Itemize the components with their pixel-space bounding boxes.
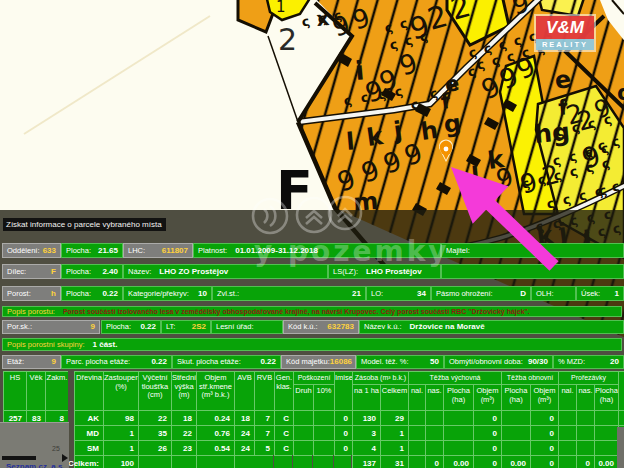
table-cell-value: 0 [344,444,348,453]
table-cell-value: 137 [363,459,376,468]
table-cell-value: 7 [266,414,270,423]
column-header-line: AVB [235,374,254,383]
column-header-line: (m) [172,391,196,400]
table-cell-value: 3 [372,429,376,438]
table-cell [594,440,618,455]
table-cell [576,410,594,425]
table-cell-value: 1 [400,429,404,438]
table-cell [408,425,425,440]
column-header-line: (%) [104,383,138,392]
table-cell-value: 18 [241,414,250,423]
table-cell: 0.00 [501,455,530,468]
column-header: Zakm. [45,371,68,410]
table-cell-value: 31 [395,459,404,468]
stand-table: HSVěkZakm.DřevinaZastoupení(%)Výčetnítlo… [0,0,624,468]
column-group-header: Těžba výchovná [408,371,501,385]
column-header: HS [3,371,26,410]
table-cell-value: MD [87,429,99,438]
table-cell [313,440,334,455]
table-cell-value: 1 [400,444,404,453]
table-cell-value: 0 [493,429,497,438]
column-group-header: Prořezávky [558,371,618,385]
app-screenshot: { "panel": { "title": "Získat informace … [0,0,624,468]
table-cell [293,425,313,440]
table-cell: 0 [576,455,594,468]
table-cell [443,440,473,455]
table-cell: 0 [530,410,558,425]
column-header: Imise [334,371,352,410]
table-cell-value: C [283,444,289,453]
table-cell-value: 29 [395,414,404,423]
table-cell: 0 [473,455,501,468]
table-cell: 0 [334,425,352,440]
table-cell-value: 0.76 [214,429,230,438]
column-header-line: Zakm. [46,374,68,383]
table-cell [594,410,618,425]
table-cell [425,410,443,425]
column-header: Dřevina [74,371,103,410]
table-cell [293,455,312,468]
table-cell: 23 [171,440,196,455]
table-cell-value: 0 [550,429,554,438]
table-cell: 31 [380,455,408,468]
table-cell-value: Celkem: [68,459,99,468]
table-cell-value: 23 [183,444,192,453]
column-header-line: Celkem [381,387,408,396]
table-cell: 29 [380,410,408,425]
table-cell-value: C [283,414,289,423]
table-cell: 4 [352,440,380,455]
column-group-header: Poškození [293,371,334,385]
column-header-line: Imise [335,374,352,383]
table-cell-value: 5 [266,444,270,453]
table-cell-value: 0 [344,414,348,423]
table-cell-value: 22 [183,429,192,438]
table-cell [313,425,334,440]
table-cell: 100 [103,455,138,468]
table-cell [594,425,618,440]
column-header-line: nas. [577,387,594,396]
table-cell [196,455,234,468]
column-header [618,371,624,410]
table-cell [501,410,530,425]
table-cell-value: 0.00 [598,459,614,468]
table-cell [576,425,594,440]
column-header-line: HS [4,374,26,383]
table-cell: 0 [425,455,443,468]
table-cell [425,425,443,440]
column-header: Gen.klas. [274,371,293,410]
table-cell-value: 18 [183,414,192,423]
table-cell: 7 [254,410,274,425]
table-cell: 0 [530,440,558,455]
table-cell [171,455,196,468]
table-cell [501,440,530,455]
table-cell: 22 [138,410,171,425]
table-cell-value: 0.00 [453,459,469,468]
table-cell: 22 [171,425,196,440]
table-cell [334,455,351,468]
table-cell [408,455,425,468]
table-cell: 0.54 [196,440,234,455]
table-cell-value: 26 [158,444,167,453]
table-cell [558,440,576,455]
column-header-line: nas. [426,387,443,396]
table-cell-value: 0 [435,459,439,468]
column-header: Věk [26,371,45,410]
table-cell [558,425,576,440]
column-header-line: Dřevina [75,374,103,383]
column-header-line: (cm) [139,391,171,400]
table-cell-value: 24 [241,429,250,438]
column-header-line: (ha) [595,396,618,405]
column-header-line: klas. [275,383,293,392]
column-header: Objemstř.kmene(m³ b.k.) [196,371,234,410]
scale-bar [2,456,36,460]
column-header-line: (ha) [502,396,530,405]
corner-strip [617,427,624,468]
table-cell: 0 [473,425,501,440]
table-cell: 137 [352,455,380,468]
table-cell [443,425,473,440]
column-group-header: Zásoba (m³ b.k.) [352,371,408,385]
table-cell [313,455,333,468]
table-cell: 0.00 [594,455,618,468]
table-cell-value: 22 [158,414,167,423]
table-cell-value: 0 [493,414,497,423]
